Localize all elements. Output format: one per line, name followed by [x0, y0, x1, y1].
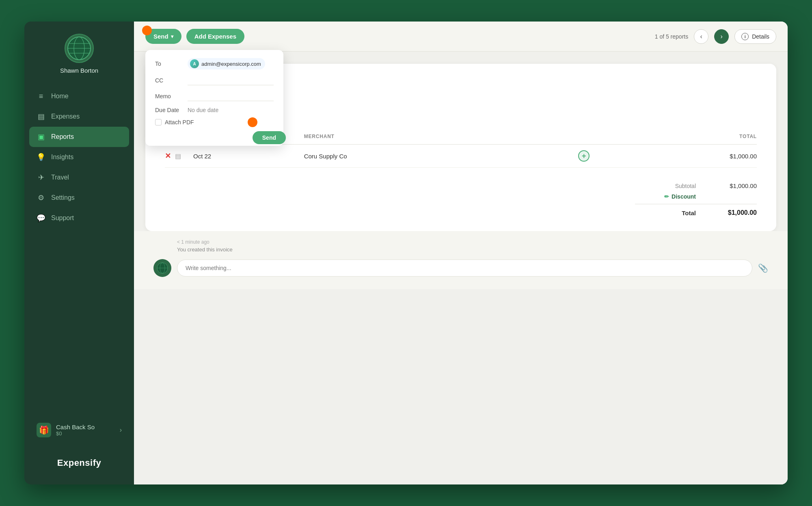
to-label: To — [155, 61, 188, 67]
add-row-button[interactable]: + — [578, 150, 590, 162]
row-actions: ✕ ▤ — [165, 151, 193, 160]
to-email: admin@expensicorp.com — [201, 61, 261, 67]
sidebar-item-label: Insights — [51, 154, 73, 161]
sidebar-item-home[interactable]: ≡ Home — [29, 86, 129, 106]
dropdown-send-button[interactable]: Send — [253, 131, 286, 144]
notification-dot-send — [142, 26, 152, 35]
send-dropdown-panel: To A admin@expensicorp.com CC Memo Due D… — [145, 50, 283, 146]
memo-label: Memo — [155, 93, 188, 99]
settings-icon: ⚙ — [37, 193, 45, 202]
cashback-arrow-icon: › — [120, 426, 122, 434]
avatar — [65, 34, 94, 63]
attach-pdf-checkbox[interactable] — [155, 119, 162, 125]
attach-pdf-label: Attach PDF — [165, 119, 194, 125]
cashback-label: Cash Back So — [56, 424, 115, 430]
email-avatar: A — [190, 59, 199, 68]
row-date: Oct 22 — [193, 145, 304, 168]
travel-icon: ✈ — [37, 173, 45, 182]
sidebar-username: Shawn Borton — [60, 67, 98, 74]
expensify-logo: Expensify — [24, 450, 134, 476]
total-value: $1,000.00 — [720, 209, 757, 216]
comment-input-row: 📎 — [153, 259, 768, 277]
subtotal-value: $1,000.00 — [720, 182, 757, 189]
sidebar-item-reports[interactable]: ▣ Reports — [29, 127, 129, 147]
next-report-button[interactable]: › — [714, 29, 729, 44]
home-icon: ≡ — [37, 92, 45, 101]
sidebar-item-label: Travel — [51, 174, 69, 181]
discount-pencil-icon: ✏ — [664, 193, 669, 200]
sidebar-bottom: 🎁 Cash Back So $0 › — [24, 411, 134, 450]
sidebar-item-support[interactable]: 💬 Support — [29, 208, 129, 228]
comment-created-text: You created this invoice — [177, 247, 768, 253]
prev-report-button[interactable]: ‹ — [694, 29, 708, 44]
sidebar-item-settings[interactable]: ⚙ Settings — [29, 188, 129, 208]
row-merchant: Coru Supply Co — [304, 145, 569, 168]
sidebar: Shawn Borton ≡ Home ▤ Expenses ▣ Reports… — [24, 22, 134, 484]
sidebar-item-label: Reports — [51, 133, 74, 141]
details-button[interactable]: i Details — [734, 29, 776, 44]
memo-row: Memo — [155, 91, 274, 101]
support-icon: 💬 — [37, 214, 45, 223]
cashback-amount: $0 — [56, 430, 115, 437]
email-chip[interactable]: A admin@expensicorp.com — [188, 58, 265, 69]
due-date-label: Due Date — [155, 107, 188, 113]
delete-row-button[interactable]: ✕ — [165, 151, 171, 160]
expenses-icon: ▤ — [37, 112, 45, 121]
sidebar-item-label: Support — [51, 214, 74, 222]
table-header-total: TOTAL — [590, 134, 757, 145]
comment-avatar — [153, 259, 171, 277]
main-content: Send ▾ Add Expenses 1 of 5 reports ‹ › i… — [134, 22, 788, 484]
due-date-value: No due date — [188, 107, 218, 113]
sidebar-item-insights[interactable]: 💡 Insights — [29, 147, 129, 167]
discount-button[interactable]: ✏ Discount — [664, 193, 696, 200]
chevron-down-icon: ▾ — [171, 34, 173, 39]
total-label: Total — [682, 210, 696, 216]
info-icon: i — [741, 33, 749, 40]
sidebar-item-label: Expenses — [51, 113, 80, 120]
sidebar-nav: ≡ Home ▤ Expenses ▣ Reports 💡 Insights ✈… — [24, 86, 134, 411]
subtotal-label: Subtotal — [675, 183, 696, 189]
notification-dot-dropdown — [248, 117, 257, 127]
comment-section: < 1 minute ago You created this invoice … — [134, 231, 788, 289]
table-row: ✕ ▤ Oct 22 Coru Supply Co + $1,000.00 — [165, 145, 757, 168]
add-expenses-button[interactable]: Add Expenses — [186, 29, 244, 44]
reports-icon: ▣ — [37, 132, 45, 141]
final-total-row: Total $1,000.00 — [635, 204, 757, 216]
row-total: $1,000.00 — [590, 145, 757, 168]
cc-row: CC — [155, 75, 274, 85]
subtotal-row: Subtotal $1,000.00 — [635, 182, 757, 189]
insights-icon: 💡 — [37, 153, 45, 162]
cashback-item[interactable]: 🎁 Cash Back So $0 › — [29, 417, 129, 443]
sidebar-item-label: Home — [51, 93, 69, 100]
totals-section: Subtotal $1,000.00 ✏ Discount Total $1,0… — [165, 176, 757, 216]
sidebar-item-expenses[interactable]: ▤ Expenses — [29, 106, 129, 127]
due-date-row: Due Date No due date — [155, 107, 274, 113]
comment-timestamp: < 1 minute ago — [177, 239, 768, 245]
profile-section: Shawn Borton — [24, 34, 134, 86]
comment-input[interactable] — [177, 259, 752, 277]
cc-label: CC — [155, 77, 188, 84]
table-header-merchant: MERCHANT — [304, 134, 569, 145]
discount-row: ✏ Discount — [635, 193, 757, 200]
cashback-icon: 🎁 — [37, 423, 51, 437]
attachment-icon[interactable]: 📎 — [758, 263, 768, 273]
reports-count: 1 of 5 reports — [655, 33, 689, 40]
to-row: To A admin@expensicorp.com — [155, 58, 274, 69]
document-icon: ▤ — [175, 152, 181, 160]
sidebar-item-label: Settings — [51, 194, 75, 201]
memo-input[interactable] — [188, 91, 274, 101]
toolbar: Send ▾ Add Expenses 1 of 5 reports ‹ › i… — [134, 22, 788, 52]
sidebar-item-travel[interactable]: ✈ Travel — [29, 167, 129, 188]
cc-input[interactable] — [188, 75, 274, 85]
